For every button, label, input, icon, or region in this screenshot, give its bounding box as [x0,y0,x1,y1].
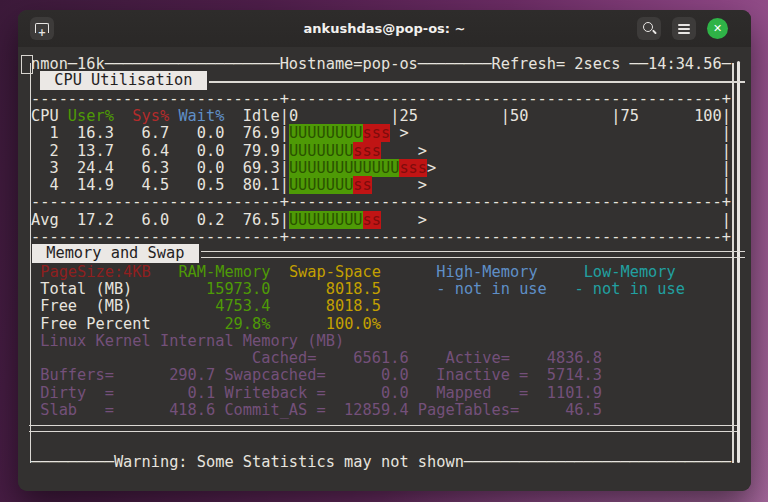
mem-total-row-segment: 8018.5 [326,280,381,298]
cpu-table-header-segment: Wait% [178,107,224,125]
terminal-window: + ankushdas@pop-os: ~ ✕ nmon─16k────────… [18,10,751,491]
mem-column-header-segment: Low-Memory [584,263,676,281]
cpu-table-header-segment: Sys% [132,107,169,125]
cpu-table-header-segment: User% [68,107,114,125]
cpu-section-header-label: CPU Utilisation [40,71,207,90]
cpu-avg-row: Avg 17.2 6.0 0.2 76.5|UUUUUUUUss > | [31,212,731,229]
close-button[interactable]: ✕ [707,18,728,39]
mem-total-row-segment [547,280,575,298]
cpu1-row-segment: 1 16.3 6.7 0.0 76.9| [31,124,289,142]
mem-total-row-segment: Total (MB) [31,280,206,298]
mem-column-header-segment [381,263,436,281]
mem-free-row: Free (MB) 4753.4 8018.5 [31,298,381,315]
mem-total-row: Total (MB) 15973.0 8018.5 - not in use -… [31,281,685,298]
cpu3-row-segment: UUUUUUUUUUUU [289,159,400,177]
mem-section-header: Memory and Swap [31,246,745,263]
nmon-bottom-border-segment: ─────────Warning: Some Statistics may no… [31,453,731,471]
mem-free-row-segment [270,297,325,315]
mem-total-row-segment [381,280,436,298]
mem-section-header-rule [201,251,745,258]
kernel-cached-row-segment: Cached= 6561.6 Active= 4836.8 [31,349,602,367]
cpu-section-header-rule [209,81,745,83]
cpu-table-header-segment [169,107,178,125]
titlebar: + ankushdas@pop-os: ~ ✕ [18,10,751,48]
mem-free-percent-row: Free Percent 29.8% 100.0% [31,316,381,333]
mem-free-percent-row-segment: Free Percent [31,315,224,333]
mem-bottom-rule [29,425,737,432]
mem-section-header-label: Memory and Swap [32,244,199,263]
mem-column-header-segment: RAM-Memory [178,263,270,281]
mem-column-header-segment: PageSize:4KB [31,263,151,281]
cpu3-row: 3 24.4 6.3 0.0 69.3|UUUUUUUUUUUUsss> | [31,160,731,177]
cpu-table-header: CPU User% Sys% Wait% Idle|0 |25 |50 |75 … [31,108,731,125]
mem-free-percent-row-segment: 29.8% [224,315,270,333]
mem-total-row-segment [270,280,325,298]
cpu4-row-segment: 4 14.9 4.5 0.5 80.1| [31,176,289,194]
cpu-avg-row-segment: ss [363,211,381,229]
cpu2-row-segment: > | [381,142,731,160]
search-icon-handle [652,29,657,34]
cpu4-row-segment: UUUUUUU [289,176,353,194]
search-button[interactable] [637,17,661,40]
dashed-separator-mid2-segment: ---------------------------+------------… [31,228,731,246]
hamburger-icon [678,28,690,30]
mem-column-header-segment [270,263,288,281]
cpu-avg-row-segment: UUUUUUUU [289,211,363,229]
kernel-cached-row: Cached= 6561.6 Active= 4836.8 [31,350,602,367]
cpu2-row-segment: sss [353,142,381,160]
cpu3-row-segment: sss [399,159,427,177]
cpu1-row-segment: sss [363,124,391,142]
cpu2-row: 2 13.7 6.4 0.0 79.9|UUUUUUUsss > | [31,143,731,160]
mem-total-row-segment: 15973.0 [206,280,270,298]
cpu2-row-segment: 2 13.7 6.4 0.0 79.9| [31,142,289,160]
mem-column-header: PageSize:4KB RAM-Memory Swap-Space High-… [31,264,676,281]
mem-column-header-segment [151,263,179,281]
cpu-table-header-segment [114,107,132,125]
menu-button[interactable] [672,17,696,40]
cpu-section-header: CPU Utilisation [31,73,745,90]
mem-column-header-segment [538,263,584,281]
mem-free-row-segment: 8018.5 [326,297,381,315]
nmon-bottom-border: ─────────Warning: Some Statistics may no… [31,454,731,471]
cpu3-row-segment: > | [427,159,731,177]
nmon-top-border-segment: nmon─16k───────────────────Hostname=pop-… [31,55,731,73]
cpu-avg-row-segment: Avg 17.2 6.0 0.2 76.5| [31,211,289,229]
dashed-separator-top: ---------------------------+------------… [31,91,731,108]
cpu4-row: 4 14.9 4.5 0.5 80.1|UUUUUUUss > | [31,177,731,194]
cpu4-row-segment: ss [353,176,371,194]
kernel-mem-title: Linux Kernel Internal Memory (MB) [31,333,344,350]
kernel-buffers-row-segment: Buffers= 290.7 Swapcached= 0.0 Inactive … [31,366,602,384]
dashed-separator-top-segment: ---------------------------+------------… [31,90,731,108]
kernel-dirty-row-segment: Dirty = 0.1 Writeback = 0.0 Mapped = 110… [31,384,602,402]
kernel-slab-row: Slab = 418.6 Commit_AS = 12859.4 PageTab… [31,402,602,419]
cpu4-row-segment: > | [372,176,731,194]
mem-free-row-segment: 4753.4 [215,297,270,315]
cpu-avg-row-segment: > | [381,211,731,229]
cpu1-row-segment: > | [390,124,731,142]
mem-total-row-segment: - not in use [436,280,547,298]
dashed-separator-mid1: ---------------------------+------------… [31,194,731,211]
terminal-screen[interactable]: nmon─16k───────────────────Hostname=pop-… [18,47,751,491]
kernel-mem-title-segment: Linux Kernel Internal Memory (MB) [31,332,344,350]
hamburger-icon [678,32,690,34]
cpu1-row: 1 16.3 6.7 0.0 76.9|UUUUUUUUsss > | [31,125,731,142]
cpu1-row-segment: UUUUUUUU [289,124,363,142]
mem-free-percent-row-segment: 100.0% [326,315,381,333]
kernel-dirty-row: Dirty = 0.1 Writeback = 0.0 Mapped = 110… [31,385,602,402]
mem-free-percent-row-segment [270,315,325,333]
cpu2-row-segment: UUUUUUU [289,142,353,160]
mem-column-header-segment: High-Memory [436,263,537,281]
mem-free-row-segment: Free (MB) [31,297,215,315]
cpu3-row-segment: 3 24.4 6.3 0.0 69.3| [31,159,289,177]
kernel-slab-row-segment: Slab = 418.6 Commit_AS = 12859.4 PageTab… [31,401,602,419]
hamburger-icon [678,24,690,26]
mem-column-header-segment: Swap-Space [289,263,381,281]
cpu-table-header-segment: Idle|0 |25 |50 |75 100| [224,107,731,125]
dashed-separator-mid1-segment: ---------------------------+------------… [31,193,731,211]
mem-total-row-segment: - not in use [574,280,685,298]
kernel-buffers-row: Buffers= 290.7 Swapcached= 0.0 Inactive … [31,367,602,384]
cpu-table-header-segment: CPU [31,107,68,125]
